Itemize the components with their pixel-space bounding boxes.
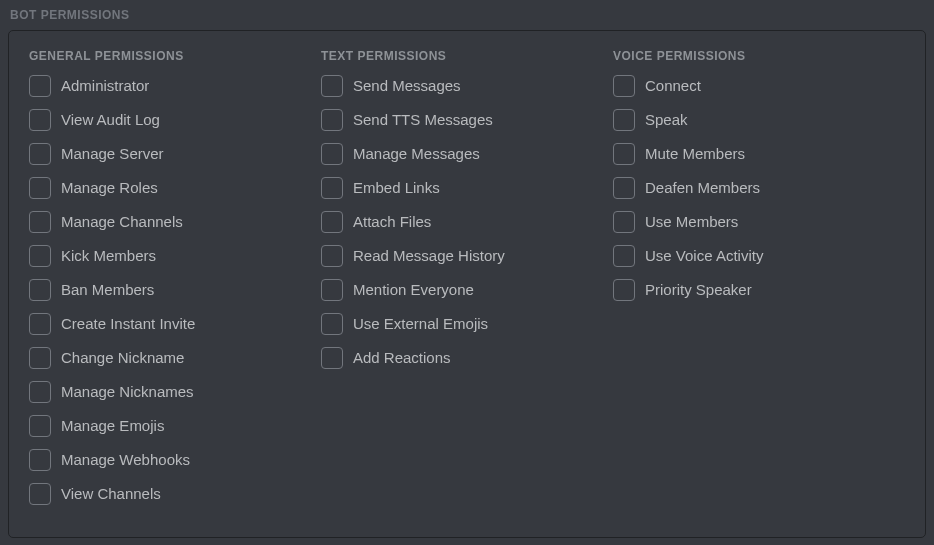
perm-label: Change Nickname (61, 347, 184, 369)
perm-label: Ban Members (61, 279, 154, 301)
perm-manage-channels[interactable]: Manage Channels (29, 211, 321, 233)
perm-label: Connect (645, 75, 701, 97)
checkbox-icon[interactable] (321, 177, 343, 199)
checkbox-icon[interactable] (29, 313, 51, 335)
perm-manage-roles[interactable]: Manage Roles (29, 177, 321, 199)
permissions-columns: General Permissions Administrator View A… (29, 49, 905, 517)
perm-embed-links[interactable]: Embed Links (321, 177, 613, 199)
checkbox-icon[interactable] (613, 279, 635, 301)
checkbox-icon[interactable] (613, 143, 635, 165)
checkbox-icon[interactable] (613, 177, 635, 199)
general-permissions-title: General Permissions (29, 49, 321, 63)
perm-speak[interactable]: Speak (613, 109, 905, 131)
perm-label: Manage Webhooks (61, 449, 190, 471)
perm-label: Manage Roles (61, 177, 158, 199)
checkbox-icon[interactable] (321, 313, 343, 335)
checkbox-icon[interactable] (321, 245, 343, 267)
perm-label: Use Voice Activity (645, 245, 763, 267)
section-title: Bot Permissions (0, 0, 934, 30)
checkbox-icon[interactable] (29, 449, 51, 471)
perm-label: Manage Emojis (61, 415, 164, 437)
perm-create-instant-invite[interactable]: Create Instant Invite (29, 313, 321, 335)
perm-send-messages[interactable]: Send Messages (321, 75, 613, 97)
perm-kick-members[interactable]: Kick Members (29, 245, 321, 267)
checkbox-icon[interactable] (321, 75, 343, 97)
checkbox-icon[interactable] (321, 109, 343, 131)
voice-permissions-column: Voice Permissions Connect Speak Mute Mem… (613, 49, 905, 517)
checkbox-icon[interactable] (29, 347, 51, 369)
perm-change-nickname[interactable]: Change Nickname (29, 347, 321, 369)
perm-label: Send Messages (353, 75, 461, 97)
perm-label: Manage Channels (61, 211, 183, 233)
perm-label: Use Members (645, 211, 738, 233)
perm-mention-everyone[interactable]: Mention Everyone (321, 279, 613, 301)
perm-send-tts-messages[interactable]: Send TTS Messages (321, 109, 613, 131)
perm-manage-messages[interactable]: Manage Messages (321, 143, 613, 165)
perm-priority-speaker[interactable]: Priority Speaker (613, 279, 905, 301)
perm-label: Administrator (61, 75, 149, 97)
perm-read-message-history[interactable]: Read Message History (321, 245, 613, 267)
perm-label: Send TTS Messages (353, 109, 493, 131)
checkbox-icon[interactable] (29, 143, 51, 165)
perm-label: Deafen Members (645, 177, 760, 199)
perm-use-members[interactable]: Use Members (613, 211, 905, 233)
checkbox-icon[interactable] (613, 75, 635, 97)
perm-administrator[interactable]: Administrator (29, 75, 321, 97)
perm-add-reactions[interactable]: Add Reactions (321, 347, 613, 369)
permissions-panel: General Permissions Administrator View A… (8, 30, 926, 538)
perm-label: Manage Server (61, 143, 164, 165)
checkbox-icon[interactable] (29, 279, 51, 301)
perm-label: Manage Messages (353, 143, 480, 165)
checkbox-icon[interactable] (29, 177, 51, 199)
checkbox-icon[interactable] (613, 109, 635, 131)
perm-mute-members[interactable]: Mute Members (613, 143, 905, 165)
perm-manage-webhooks[interactable]: Manage Webhooks (29, 449, 321, 471)
voice-permissions-title: Voice Permissions (613, 49, 905, 63)
perm-label: Priority Speaker (645, 279, 752, 301)
checkbox-icon[interactable] (29, 483, 51, 505)
checkbox-icon[interactable] (29, 211, 51, 233)
perm-attach-files[interactable]: Attach Files (321, 211, 613, 233)
perm-view-channels[interactable]: View Channels (29, 483, 321, 505)
perm-connect[interactable]: Connect (613, 75, 905, 97)
perm-label: Manage Nicknames (61, 381, 194, 403)
perm-manage-server[interactable]: Manage Server (29, 143, 321, 165)
perm-label: View Audit Log (61, 109, 160, 131)
perm-label: Use External Emojis (353, 313, 488, 335)
general-permissions-column: General Permissions Administrator View A… (29, 49, 321, 517)
checkbox-icon[interactable] (613, 211, 635, 233)
perm-label: Attach Files (353, 211, 431, 233)
checkbox-icon[interactable] (29, 109, 51, 131)
checkbox-icon[interactable] (321, 143, 343, 165)
checkbox-icon[interactable] (321, 279, 343, 301)
text-permissions-column: Text Permissions Send Messages Send TTS … (321, 49, 613, 517)
perm-label: Speak (645, 109, 688, 131)
perm-label: Embed Links (353, 177, 440, 199)
perm-label: Kick Members (61, 245, 156, 267)
perm-label: View Channels (61, 483, 161, 505)
checkbox-icon[interactable] (321, 211, 343, 233)
perm-deafen-members[interactable]: Deafen Members (613, 177, 905, 199)
checkbox-icon[interactable] (29, 75, 51, 97)
checkbox-icon[interactable] (613, 245, 635, 267)
perm-label: Create Instant Invite (61, 313, 195, 335)
perm-ban-members[interactable]: Ban Members (29, 279, 321, 301)
checkbox-icon[interactable] (321, 347, 343, 369)
perm-label: Mention Everyone (353, 279, 474, 301)
checkbox-icon[interactable] (29, 415, 51, 437)
perm-manage-emojis[interactable]: Manage Emojis (29, 415, 321, 437)
text-permissions-title: Text Permissions (321, 49, 613, 63)
perm-label: Read Message History (353, 245, 505, 267)
perm-view-audit-log[interactable]: View Audit Log (29, 109, 321, 131)
perm-use-external-emojis[interactable]: Use External Emojis (321, 313, 613, 335)
checkbox-icon[interactable] (29, 381, 51, 403)
checkbox-icon[interactable] (29, 245, 51, 267)
perm-label: Add Reactions (353, 347, 451, 369)
perm-manage-nicknames[interactable]: Manage Nicknames (29, 381, 321, 403)
perm-use-voice-activity[interactable]: Use Voice Activity (613, 245, 905, 267)
perm-label: Mute Members (645, 143, 745, 165)
